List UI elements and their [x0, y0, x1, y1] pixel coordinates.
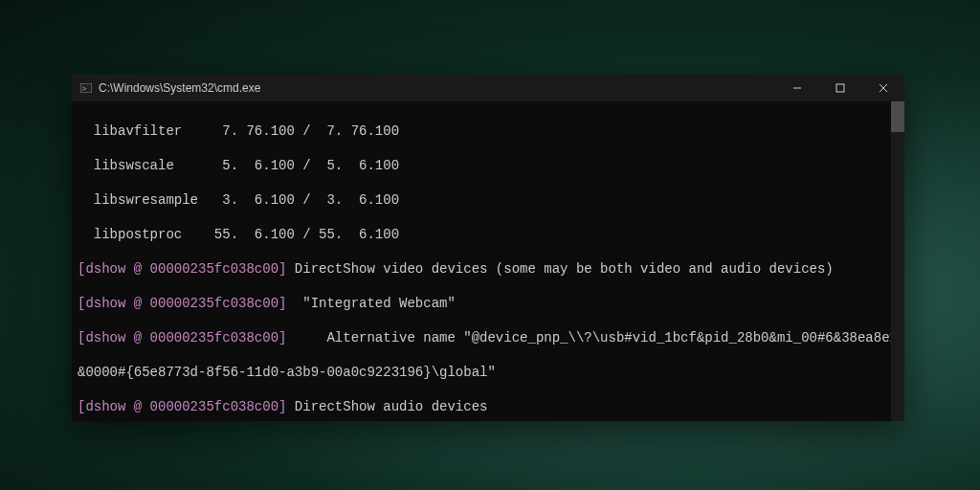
- output-line: [dshow @ 00000235fc038c00] Alternative n…: [78, 329, 899, 346]
- output-line: libswscale 5. 6.100 / 5. 6.100: [78, 157, 899, 174]
- titlebar[interactable]: > C:\Windows\System32\cmd.exe: [72, 75, 904, 101]
- output-line: [dshow @ 00000235fc038c00] DirectShow vi…: [78, 260, 899, 278]
- minimize-button[interactable]: [775, 75, 818, 101]
- output-line: [dshow @ 00000235fc038c00] "Integrated W…: [78, 295, 899, 312]
- scrollbar[interactable]: [891, 101, 904, 421]
- svg-rect-3: [836, 84, 844, 92]
- output-line: libswresample 3. 6.100 / 3. 6.100: [78, 191, 899, 209]
- scroll-thumb[interactable]: [891, 101, 904, 132]
- maximize-button[interactable]: [818, 75, 861, 101]
- close-button[interactable]: [861, 75, 904, 101]
- cmd-window: > C:\Windows\System32\cmd.exe libavfilte…: [72, 75, 904, 421]
- terminal-output[interactable]: libavfilter 7. 76.100 / 7. 76.100 libsws…: [72, 101, 904, 421]
- output-line: libavfilter 7. 76.100 / 7. 76.100: [78, 122, 899, 140]
- output-line: [dshow @ 00000235fc038c00] DirectShow au…: [78, 398, 899, 415]
- output-line: libpostproc 55. 6.100 / 55. 6.100: [78, 226, 899, 243]
- svg-text:>: >: [82, 85, 86, 92]
- output-line: &0000#{65e8773d-8f56-11d0-a3b9-00a0c9223…: [78, 364, 899, 381]
- window-title: C:\Windows\System32\cmd.exe: [99, 81, 260, 95]
- cmd-icon: >: [79, 81, 93, 95]
